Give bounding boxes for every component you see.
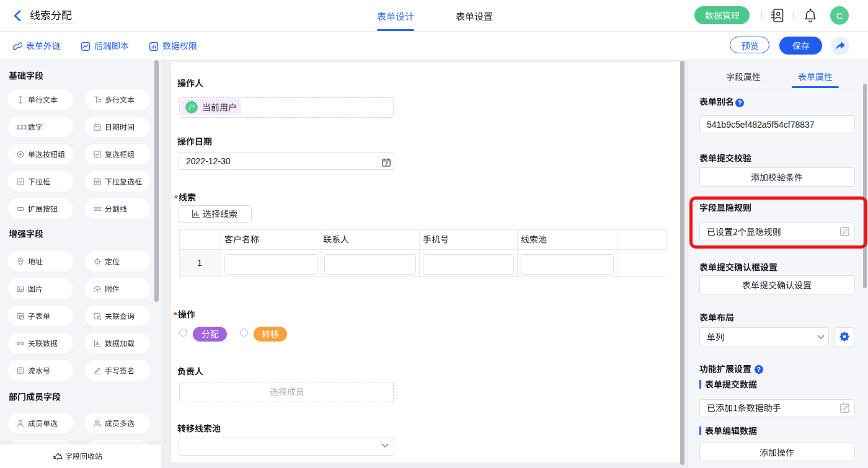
svg-text:7: 7 — [385, 161, 388, 167]
